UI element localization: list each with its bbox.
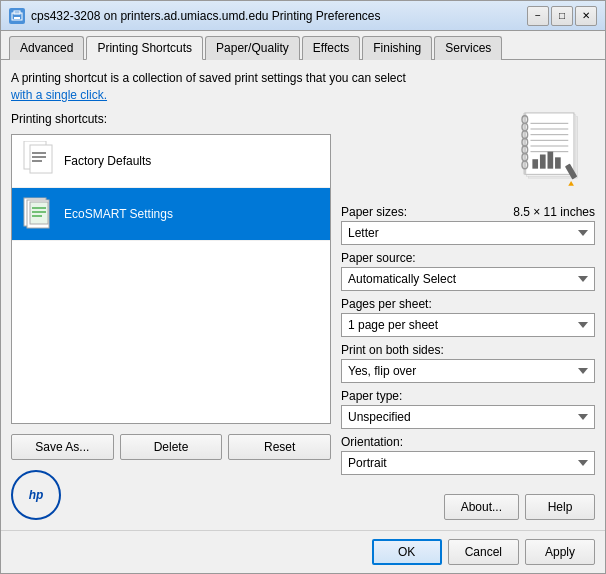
pages-per-sheet-label: Pages per sheet: xyxy=(341,297,595,311)
delete-button[interactable]: Delete xyxy=(120,434,223,460)
tab-paper-quality[interactable]: Paper/Quality xyxy=(205,36,300,60)
printer-preview-area xyxy=(341,112,595,197)
main-area: Printing shortcuts: xyxy=(11,112,595,520)
tab-bar: Advanced Printing Shortcuts Paper/Qualit… xyxy=(1,31,605,60)
tab-finishing[interactable]: Finishing xyxy=(362,36,432,60)
title-bar: cps432-3208 on printers.ad.umiacs.umd.ed… xyxy=(1,1,605,31)
svg-rect-10 xyxy=(30,202,48,224)
cancel-button[interactable]: Cancel xyxy=(448,539,519,565)
svg-rect-31 xyxy=(532,159,538,168)
help-button[interactable]: Help xyxy=(525,494,595,520)
svg-rect-4 xyxy=(30,145,52,173)
shortcut-buttons: Save As... Delete Reset xyxy=(11,434,331,460)
description-text: A printing shortcut is a collection of s… xyxy=(11,70,595,104)
save-as-button[interactable]: Save As... xyxy=(11,434,114,460)
setting-paper-type: Paper type: Unspecified Plain xyxy=(341,389,595,429)
print-both-sides-select[interactable]: Yes, flip over Yes, flip up No xyxy=(341,359,595,383)
hp-logo: hp xyxy=(11,470,61,520)
setting-paper-sizes: Paper sizes: 8.5 × 11 inches Letter A4 L… xyxy=(341,205,595,245)
paper-source-select[interactable]: Automatically Select Tray 1 xyxy=(341,267,595,291)
printer-preview-image xyxy=(500,112,595,197)
description-line1: A printing shortcut is a collection of s… xyxy=(11,71,406,85)
shortcut-name-ecosmart: EcoSMART Settings xyxy=(64,207,173,221)
about-button[interactable]: About... xyxy=(444,494,519,520)
footer: OK Cancel Apply xyxy=(1,530,605,573)
content-area: A printing shortcut is a collection of s… xyxy=(1,60,605,530)
paper-sizes-label-row: Paper sizes: 8.5 × 11 inches xyxy=(341,205,595,219)
tab-advanced[interactable]: Advanced xyxy=(9,36,84,60)
svg-rect-33 xyxy=(548,151,554,168)
shortcuts-label: Printing shortcuts: xyxy=(11,112,331,126)
left-panel: Printing shortcuts: xyxy=(11,112,331,520)
paper-source-label: Paper source: xyxy=(341,251,595,265)
paper-type-label: Paper type: xyxy=(341,389,595,403)
shortcut-icon-factory xyxy=(20,141,56,181)
paper-sizes-label: Paper sizes: xyxy=(341,205,407,219)
svg-rect-2 xyxy=(14,17,20,19)
minimize-button[interactable]: − xyxy=(527,6,549,26)
description-line2: with a single click. xyxy=(11,88,107,102)
apply-button[interactable]: Apply xyxy=(525,539,595,565)
orientation-label: Orientation: xyxy=(341,435,595,449)
orientation-select[interactable]: Portrait Landscape xyxy=(341,451,595,475)
paper-sizes-select[interactable]: Letter A4 Legal xyxy=(341,221,595,245)
svg-rect-34 xyxy=(555,157,561,168)
setting-orientation: Orientation: Portrait Landscape xyxy=(341,435,595,475)
shortcut-item-ecosmart[interactable]: EcoSMART Settings xyxy=(12,188,330,241)
help-buttons: About... Help xyxy=(341,494,595,520)
tab-effects[interactable]: Effects xyxy=(302,36,360,60)
reset-button[interactable]: Reset xyxy=(228,434,331,460)
close-button[interactable]: ✕ xyxy=(575,6,597,26)
setting-paper-source: Paper source: Automatically Select Tray … xyxy=(341,251,595,291)
svg-rect-32 xyxy=(540,154,546,168)
hp-logo-area: hp xyxy=(11,470,331,520)
ok-button[interactable]: OK xyxy=(372,539,442,565)
maximize-button[interactable]: □ xyxy=(551,6,573,26)
shortcuts-list: Factory Defaults xyxy=(11,134,331,424)
shortcut-item-factory-defaults[interactable]: Factory Defaults xyxy=(12,135,330,188)
right-panel: Paper sizes: 8.5 × 11 inches Letter A4 L… xyxy=(341,112,595,520)
pages-per-sheet-select[interactable]: 1 page per sheet 2 pages per sheet xyxy=(341,313,595,337)
tab-printing-shortcuts[interactable]: Printing Shortcuts xyxy=(86,36,203,60)
paper-sizes-value: 8.5 × 11 inches xyxy=(513,205,595,219)
main-window: cps432-3208 on printers.ad.umiacs.umd.ed… xyxy=(0,0,606,574)
shortcut-icon-ecosmart xyxy=(20,194,56,234)
window-title: cps432-3208 on printers.ad.umiacs.umd.ed… xyxy=(31,9,527,23)
svg-marker-36 xyxy=(568,181,574,186)
paper-type-select[interactable]: Unspecified Plain xyxy=(341,405,595,429)
shortcut-name-factory-defaults: Factory Defaults xyxy=(64,154,151,168)
tab-services[interactable]: Services xyxy=(434,36,502,60)
setting-pages-per-sheet: Pages per sheet: 1 page per sheet 2 page… xyxy=(341,297,595,337)
settings-section: Paper sizes: 8.5 × 11 inches Letter A4 L… xyxy=(341,205,595,486)
print-both-sides-label: Print on both sides: xyxy=(341,343,595,357)
setting-print-both-sides: Print on both sides: Yes, flip over Yes,… xyxy=(341,343,595,383)
window-controls: − □ ✕ xyxy=(527,6,597,26)
window-icon xyxy=(9,8,25,24)
